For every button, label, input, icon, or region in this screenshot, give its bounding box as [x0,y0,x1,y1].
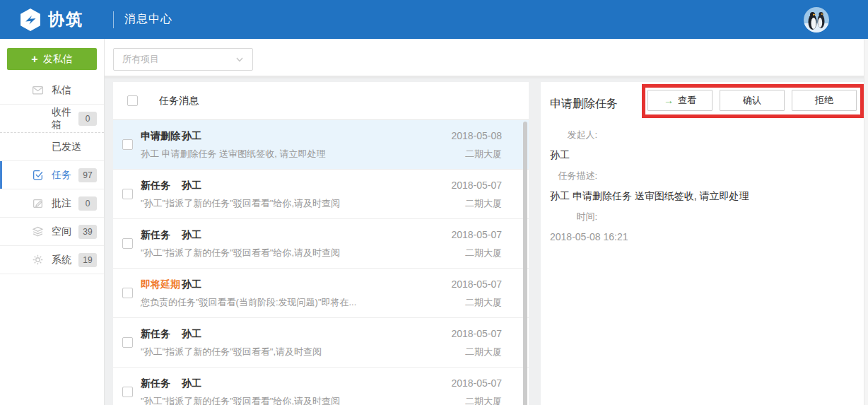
message-summary: 孙工 申请删除任务 送审图纸签收, 请立即处理 [141,148,325,160]
project-filter-value: 所有项目 [122,53,159,66]
message-tag: 新任务 [141,377,182,390]
message-row-line2: 孙工 申请删除任务 送审图纸签收, 请立即处理二期大厦 [141,148,502,160]
message-tag: 新任务 [141,179,182,192]
user-avatar[interactable] [804,7,829,33]
count-badge: 97 [78,168,97,182]
action-button-label: 查看 [678,94,696,107]
blank-icon [32,112,44,124]
sidebar-item-private-message[interactable]: 私信 [0,76,104,105]
compose-private-message-button[interactable]: + 发私信 [7,48,97,70]
message-summary: "孙工"指派了新的任务"驳回看看"给你,请及时查阅 [141,247,340,259]
edit-icon [32,197,44,209]
message-row-line1: 申请删除孙工2018-05-08 [141,129,502,143]
sidebar-item-space[interactable]: 空间39 [0,218,104,246]
sidebar-item-label: 私信 [52,84,71,97]
select-all-checkbox[interactable] [127,95,138,106]
message-list-title: 任务消息 [159,95,199,107]
sidebar-item-label: 空间 [52,225,71,238]
sidebar-item-inbox[interactable]: 收件箱0 [0,105,104,133]
brand-name: 协筑 [48,8,83,30]
app-logo-icon [18,8,42,32]
message-sender: 孙工 [182,278,201,291]
message-project: 二期大厦 [465,346,502,358]
count-badge: 39 [78,225,97,239]
page-scrollbar[interactable] [864,39,868,405]
message-row-line1: 新任务孙工2018-05-07 [141,327,502,341]
message-sender: 孙工 [182,377,201,390]
message-date: 2018-05-07 [451,228,502,242]
message-row-content: 新任务孙工2018-05-07"孙工"指派了新的任务"驳回看看"给你,请及时查阅… [133,219,502,259]
message-list-panel: 任务消息 申请删除孙工2018-05-08孙工 申请删除任务 送审图纸签收, 请… [113,82,529,405]
view-button[interactable]: →查看 [647,90,712,111]
message-row-line2: "孙工"指派了新的任务"驳回看看",请及时查阅二期大厦 [141,346,502,358]
blank-icon [32,141,44,153]
row-checkbox[interactable] [122,238,133,249]
message-date: 2018-05-07 [451,179,502,192]
message-row[interactable]: 即将延期孙工2018-05-07您负责的任务"驳回看看(当前阶段:发现问题)"即… [113,269,529,318]
plus-icon: + [31,53,37,66]
row-checkbox[interactable] [122,139,133,150]
arrow-right-icon: → [664,95,674,105]
message-list-header: 任务消息 [113,82,529,120]
detail-field-label: 任务描述: [541,165,597,186]
sidebar-item-label: 任务 [52,169,71,182]
message-tag: 即将延期 [141,278,182,291]
message-rows: 申请删除孙工2018-05-08孙工 申请删除任务 送审图纸签收, 请立即处理二… [113,120,529,405]
sidebar-item-system[interactable]: 系统19 [0,246,104,274]
message-summary: "孙工"指派了新的任务"驳回看看"给你,请及时查阅 [141,395,340,405]
compose-button-label: 发私信 [43,53,73,66]
message-project: 二期大厦 [465,197,502,210]
detail-title: 申请删除任务 [550,97,618,112]
message-summary: "孙工"指派了新的任务"驳回看看"给你,请及时查阅 [141,197,340,210]
sidebar-item-label: 批注 [52,197,71,210]
count-badge: 19 [78,253,97,267]
message-tag: 新任务 [141,228,182,242]
row-checkbox[interactable] [122,337,133,348]
message-row-line1: 新任务孙工2018-05-07 [141,179,502,192]
sidebar-item-tasks[interactable]: 任务97 [0,161,104,189]
app-header: 协筑 消息中心 [0,0,868,39]
sidebar-menu: 私信收件箱0已发送任务97批注0空间39系统19 [0,76,104,274]
message-row-content: 新任务孙工2018-05-07"孙工"指派了新的任务"驳回看看",请及时查阅二期… [133,318,502,358]
message-row[interactable]: 申请删除孙工2018-05-08孙工 申请删除任务 送审图纸签收, 请立即处理二… [113,120,529,170]
row-checkbox[interactable] [122,288,133,298]
confirm-button[interactable]: 确认 [720,90,785,111]
detail-fields: 发起人:孙工任务描述:孙工 申请删除任务 送审图纸签收, 请立即处理时间:201… [541,124,854,247]
message-row-line1: 新任务孙工2018-05-07 [141,228,502,242]
layers-icon [32,225,44,237]
sidebar-item-label: 已发送 [52,141,81,153]
message-date: 2018-05-08 [451,129,502,143]
header-divider [113,11,114,28]
detail-field-label: 时间: [541,206,597,227]
sidebar-item-sent[interactable]: 已发送 [0,133,104,161]
message-row-content: 即将延期孙工2018-05-07您负责的任务"驳回看看(当前阶段:发现问题)"即… [133,269,502,309]
message-summary: 您负责的任务"驳回看看(当前阶段:发现问题)"即将在... [141,296,356,309]
sidebar: + 发私信 私信收件箱0已发送任务97批注0空间39系统19 [0,39,105,405]
sidebar-item-annotations[interactable]: 批注0 [0,189,104,218]
count-badge: 0 [78,112,97,126]
action-button-label: 拒绝 [815,94,833,107]
message-row[interactable]: 新任务孙工2018-05-07"孙工"指派了新的任务"驳回看看",请及时查阅二期… [113,318,529,368]
row-checkbox[interactable] [122,387,133,397]
message-row[interactable]: 新任务孙工2018-05-07"孙工"指派了新的任务"驳回看看"给你,请及时查阅… [113,368,529,405]
message-date: 2018-05-07 [451,327,502,341]
detail-field-value: 孙工 申请删除任务 送审图纸签收, 请立即处理 [541,186,854,206]
message-row-content: 新任务孙工2018-05-07"孙工"指派了新的任务"驳回看看"给你,请及时查阅… [133,170,502,210]
row-checkbox[interactable] [122,189,133,199]
gear-icon [32,254,44,266]
message-row-line2: "孙工"指派了新的任务"驳回看看"给你,请及时查阅二期大厦 [141,395,502,405]
detail-field-label: 发起人: [541,124,597,145]
message-row-content: 新任务孙工2018-05-07"孙工"指派了新的任务"驳回看看"给你,请及时查阅… [133,368,502,405]
page-title: 消息中心 [124,12,172,27]
message-sender: 孙工 [182,228,201,242]
list-scrollbar-thumb[interactable] [523,122,527,405]
message-row[interactable]: 新任务孙工2018-05-07"孙工"指派了新的任务"驳回看看"给你,请及时查阅… [113,219,529,269]
sidebar-item-label: 收件箱 [52,106,78,131]
message-row[interactable]: 新任务孙工2018-05-07"孙工"指派了新的任务"驳回看看"给你,请及时查阅… [113,170,529,219]
filter-toolbar: 所有项目 [105,39,868,78]
content-area: 所有项目 任务消息 申请删除孙工2018-05-08孙工 申请删除任务 送审图纸… [105,39,868,405]
chevron-down-icon [235,55,244,64]
project-filter-select[interactable]: 所有项目 [113,48,253,71]
message-project: 二期大厦 [465,296,502,309]
reject-button[interactable]: 拒绝 [792,90,857,111]
